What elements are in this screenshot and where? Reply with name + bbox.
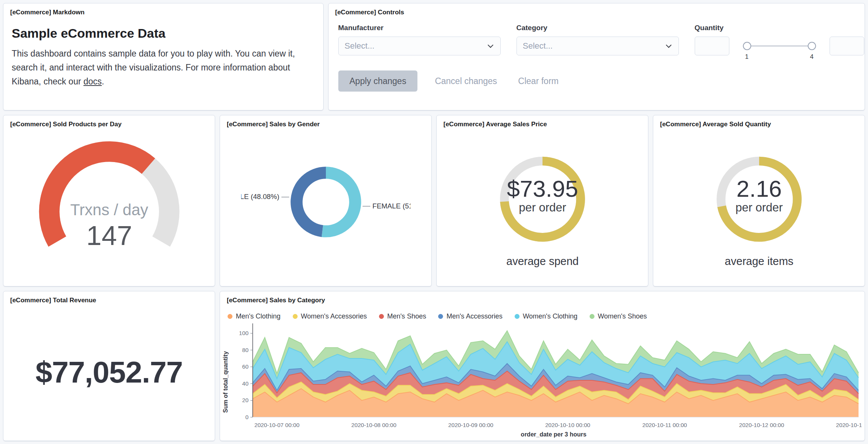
panel-title: [eCommerce] Sales by Category bbox=[220, 291, 865, 304]
panel-title: [eCommerce] Controls bbox=[329, 3, 865, 16]
panel-markdown: [eCommerce] Markdown Sample eCommerce Da… bbox=[3, 3, 324, 110]
legend-dot-icon bbox=[379, 314, 384, 319]
svg-text:Trxns / day: Trxns / day bbox=[70, 201, 148, 218]
svg-text:100: 100 bbox=[239, 330, 248, 337]
category-control: Category Select... bbox=[517, 24, 679, 61]
controls-buttons: Apply changes Cancel changes Clear form bbox=[338, 70, 855, 92]
svg-text:0: 0 bbox=[245, 414, 248, 420]
quantity-slider-handle-min[interactable] bbox=[743, 42, 751, 50]
svg-text:2.16: 2.16 bbox=[736, 176, 781, 202]
x-axis-title: order_date per 3 hours bbox=[243, 431, 865, 438]
docs-link[interactable]: docs bbox=[84, 77, 102, 86]
svg-text:80: 80 bbox=[242, 347, 249, 353]
chart-box: Trxns / day147 bbox=[3, 128, 215, 286]
kibana-dashboard: [eCommerce] Markdown Sample eCommerce Da… bbox=[0, 0, 868, 444]
clear-form-button[interactable]: Clear form bbox=[518, 76, 558, 86]
legend-label: Men's Clothing bbox=[236, 312, 281, 320]
metric-body: $77,052.77 bbox=[3, 304, 215, 441]
quantity-row: 1 4 bbox=[695, 37, 864, 61]
legend-label: Men's Accessories bbox=[446, 312, 503, 320]
legend-item[interactable]: Women's Shoes bbox=[590, 312, 647, 320]
legend-item[interactable]: Women's Accessories bbox=[293, 312, 367, 320]
panel-title: [eCommerce] Sold Products per Day bbox=[3, 115, 215, 128]
quantity-range-slider[interactable]: 1 4 bbox=[744, 37, 815, 61]
legend-item[interactable]: Men's Shoes bbox=[379, 312, 426, 320]
area-chart[interactable]: 0204060801002020-10-07 00:002020-10-08 0… bbox=[229, 322, 862, 431]
svg-text:average items: average items bbox=[724, 255, 793, 267]
category-label: Category bbox=[517, 24, 679, 32]
panel-sold-products-per-day: [eCommerce] Sold Products per Day Trxns … bbox=[3, 115, 215, 286]
legend-label: Women's Clothing bbox=[523, 312, 578, 320]
legend-dot-icon bbox=[590, 314, 594, 319]
category-placeholder: Select... bbox=[523, 41, 553, 51]
svg-text:FEMALE (51.92%): FEMALE (51.92%) bbox=[372, 202, 410, 210]
chart-box: $73.95per orderaverage spend bbox=[437, 128, 648, 286]
chevron-down-icon bbox=[487, 42, 494, 50]
legend-dot-icon bbox=[228, 314, 232, 319]
markdown-text: This dashboard contains sample data for … bbox=[12, 49, 295, 86]
chart-box: 2.16per orderaverage items bbox=[653, 128, 865, 286]
quantity-max-input[interactable] bbox=[830, 37, 864, 55]
svg-text:60: 60 bbox=[242, 364, 249, 370]
svg-text:MALE (48.08%): MALE (48.08%) bbox=[241, 193, 279, 201]
manufacturer-placeholder: Select... bbox=[345, 41, 374, 51]
legend-item[interactable]: Men's Clothing bbox=[228, 312, 281, 320]
svg-text:2020-10-10 00:00: 2020-10-10 00:00 bbox=[545, 422, 590, 429]
legend-dot-icon bbox=[515, 314, 520, 319]
legend-dot-icon bbox=[293, 314, 298, 319]
markdown-heading: Sample eCommerce Data bbox=[12, 26, 315, 41]
dashboard-grid: [eCommerce] Markdown Sample eCommerce Da… bbox=[0, 0, 868, 444]
panel-controls: [eCommerce] Controls Manufacturer Select… bbox=[328, 3, 865, 110]
apply-changes-button[interactable]: Apply changes bbox=[338, 70, 418, 92]
chart-legend: Men's ClothingWomen's AccessoriesMen's S… bbox=[228, 312, 865, 320]
panel-title: [eCommerce] Average Sales Price bbox=[437, 115, 648, 128]
chart-box: FEMALE (51.92%)MALE (48.08%) bbox=[220, 128, 431, 286]
legend-item[interactable]: Women's Clothing bbox=[515, 312, 578, 320]
goal-chart[interactable]: $73.95per orderaverage spend bbox=[458, 130, 627, 285]
panel-sales-by-gender: [eCommerce] Sales by Gender FEMALE (51.9… bbox=[220, 115, 432, 286]
svg-text:40: 40 bbox=[242, 380, 249, 387]
legend-dot-icon bbox=[438, 314, 443, 319]
svg-text:2020-10-12 00:00: 2020-10-12 00:00 bbox=[739, 422, 784, 429]
svg-text:2020-10-09 00:00: 2020-10-09 00:00 bbox=[448, 422, 494, 429]
chevron-down-icon bbox=[665, 42, 672, 50]
donut-chart[interactable]: FEMALE (51.92%)MALE (48.08%) bbox=[241, 130, 411, 285]
svg-text:2020-10-08 00:00: 2020-10-08 00:00 bbox=[351, 422, 397, 429]
svg-text:2020-10-13 00:00: 2020-10-13 00:00 bbox=[836, 422, 862, 429]
svg-text:$73.95: $73.95 bbox=[507, 176, 578, 202]
controls-body: Manufacturer Select... Category Select..… bbox=[329, 16, 865, 92]
total-revenue-value: $77,052.77 bbox=[35, 355, 182, 390]
quantity-control: Quantity 1 4 bbox=[695, 24, 864, 61]
manufacturer-select[interactable]: Select... bbox=[338, 37, 501, 55]
panel-average-sold-quantity: [eCommerce] Average Sold Quantity 2.16pe… bbox=[653, 115, 865, 286]
svg-text:2020-10-11 00:00: 2020-10-11 00:00 bbox=[642, 422, 687, 429]
chart-row: Sum of total_quantity 0204060801002020-1… bbox=[220, 322, 865, 431]
legend-item[interactable]: Men's Accessories bbox=[438, 312, 503, 320]
category-select[interactable]: Select... bbox=[517, 37, 679, 55]
controls-row: Manufacturer Select... Category Select..… bbox=[338, 24, 855, 61]
gauge-chart[interactable]: Trxns / day147 bbox=[24, 130, 194, 285]
legend-label: Women's Accessories bbox=[301, 312, 367, 320]
panel-average-sales-price: [eCommerce] Average Sales Price $73.95pe… bbox=[436, 115, 648, 286]
manufacturer-label: Manufacturer bbox=[338, 24, 501, 32]
svg-text:2020-10-07 00:00: 2020-10-07 00:00 bbox=[254, 422, 300, 429]
svg-text:average spend: average spend bbox=[506, 255, 579, 267]
quantity-min-value: 1 bbox=[745, 53, 749, 61]
panel-sales-by-category: [eCommerce] Sales by Category Men's Clot… bbox=[220, 291, 865, 441]
goal-chart[interactable]: 2.16per orderaverage items bbox=[674, 130, 844, 285]
panel-total-revenue: [eCommerce] Total Revenue $77,052.77 bbox=[3, 291, 215, 441]
svg-text:147: 147 bbox=[86, 220, 132, 251]
markdown-text-end: . bbox=[102, 77, 104, 86]
slider-track bbox=[745, 46, 814, 46]
quantity-slider-handle-max[interactable] bbox=[808, 42, 816, 50]
quantity-label: Quantity bbox=[695, 24, 864, 32]
markdown-paragraph: This dashboard contains sample data for … bbox=[12, 47, 313, 89]
cancel-changes-button[interactable]: Cancel changes bbox=[435, 76, 497, 86]
quantity-min-input[interactable] bbox=[695, 37, 729, 55]
panel-title: [eCommerce] Markdown bbox=[3, 3, 323, 16]
legend-label: Women's Shoes bbox=[598, 312, 647, 320]
panel-title: [eCommerce] Total Revenue bbox=[3, 291, 215, 304]
svg-text:20: 20 bbox=[242, 397, 249, 404]
svg-text:per order: per order bbox=[519, 201, 566, 214]
y-axis-title: Sum of total_quantity bbox=[222, 322, 229, 431]
